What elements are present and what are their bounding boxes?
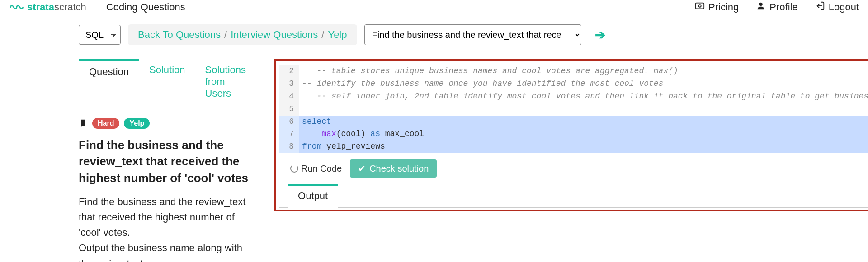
question-title: Find the business and the review_text th… [79,137,256,186]
code-line[interactable]: 7 max(cool) as max_cool [279,128,868,140]
tab-question[interactable]: Question [79,59,139,106]
nav-profile-label: Profile [769,1,797,13]
code-text[interactable]: -- table stores unique business names an… [299,65,868,78]
right-panel: 2 -- table stores unique business names … [274,59,868,211]
breadcrumb: Back To Questions / Interview Questions … [128,24,357,45]
svg-rect-0 [696,3,704,9]
crumb-sep: / [321,29,324,41]
editor-actions: Run Code ✔ Check solution [279,153,868,182]
code-text[interactable]: max(cool) as max_cool [299,128,868,140]
crumb-category[interactable]: Interview Questions [231,29,318,41]
svg-point-2 [760,3,763,6]
code-text[interactable]: from yelp_reviews [299,140,868,153]
next-question-arrow-icon[interactable]: ➔ [595,28,605,42]
tab-solutions-from-users[interactable]: Solutions from Users [195,59,256,106]
question-meta: Hard Yelp [79,118,256,129]
code-text[interactable]: -- identify the business name once you h… [299,78,868,90]
brand-logo-block[interactable]: stratascratch [9,1,86,13]
topbar: stratascratch Coding Questions Pricing P… [0,0,868,16]
language-select[interactable]: SQL [79,25,121,45]
topbar-right: Pricing Profile Logout [695,1,859,14]
code-line[interactable]: 3-- identify the business name once you … [279,78,868,90]
line-number: 6 [279,116,299,128]
run-code-label: Run Code [301,164,342,174]
content-tabs: Question Solution Solutions from Users [79,59,256,106]
run-code-button[interactable]: Run Code [290,164,342,174]
nav-logout[interactable]: Logout [815,1,859,14]
main: Question Solution Solutions from Users H… [0,59,868,262]
code-line[interactable]: 6select [279,116,868,128]
question-description: Find the business and the review_text th… [79,194,256,262]
brand-first: strata [27,1,54,13]
nav-profile[interactable]: Profile [756,1,797,14]
brand-second: scratch [54,1,86,13]
check-solution-label: Check solution [369,164,429,174]
code-editor[interactable]: 2 -- table stores unique business names … [279,65,868,153]
difficulty-badge: Hard [92,118,119,129]
tab-solution[interactable]: Solution [139,59,195,106]
output-tabs: Output [279,184,868,208]
code-text[interactable]: -- self inner join, 2nd table identify m… [299,90,868,103]
logout-icon [815,1,825,14]
crumb-back[interactable]: Back To Questions [138,29,221,41]
crumb-sep: / [224,29,227,41]
output-tab[interactable]: Output [288,184,338,208]
line-number: 4 [279,90,299,103]
page-title: Coding Questions [106,1,185,13]
pricing-icon [695,1,705,14]
code-line[interactable]: 2 -- table stores unique business names … [279,65,868,78]
code-line[interactable]: 4 -- self inner join, 2nd table identify… [279,90,868,103]
editor-highlight-frame: 2 -- table stores unique business names … [274,59,868,211]
bookmark-icon[interactable] [79,118,88,129]
loading-spinner-icon [290,164,298,173]
code-line[interactable]: 8from yelp_reviews [279,140,868,153]
brand-logo-icon [9,2,24,12]
line-number: 3 [279,78,299,90]
check-icon: ✔ [358,163,366,174]
question-desc-line2: Output the business name along with the … [79,240,256,262]
crumb-company[interactable]: Yelp [328,29,347,41]
toolbar: SQL Back To Questions / Interview Questi… [0,16,868,47]
line-number: 8 [279,140,299,153]
left-panel: Question Solution Solutions from Users H… [79,59,256,262]
check-solution-button[interactable]: ✔ Check solution [350,159,437,178]
code-line[interactable]: 5 [279,103,868,116]
line-number: 5 [279,103,299,116]
line-number: 2 [279,65,299,78]
question-desc-line1: Find the business and the review_text th… [79,194,256,240]
nav-pricing[interactable]: Pricing [695,1,739,14]
profile-icon [756,1,766,14]
svg-point-1 [698,5,701,7]
question-select[interactable]: Find the business and the review_text th… [364,24,581,45]
company-badge: Yelp [124,118,150,129]
line-number: 7 [279,128,299,140]
nav-pricing-label: Pricing [708,1,739,13]
nav-logout-label: Logout [829,1,859,13]
code-text[interactable]: select [299,116,868,128]
code-text[interactable] [299,103,868,116]
